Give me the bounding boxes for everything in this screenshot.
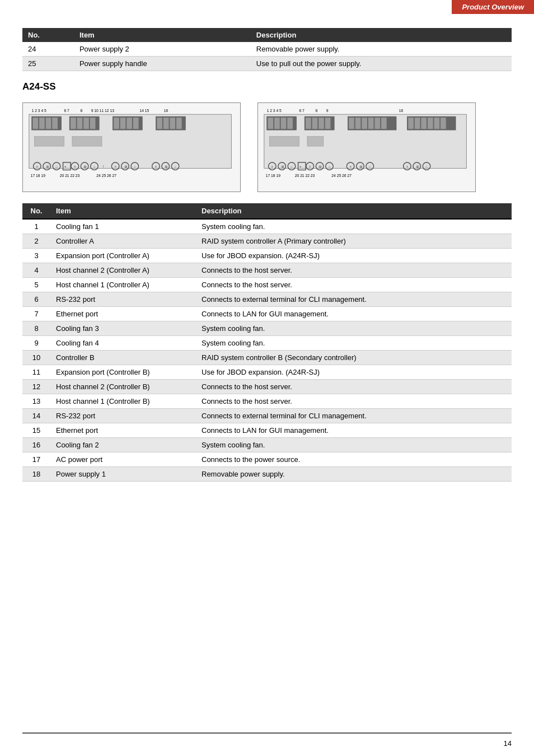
svg-rect-9 (39, 118, 45, 129)
main-table-cell-item: Cooling fan 3 (50, 321, 196, 336)
svg-text:24 25  26  27: 24 25 26 27 (96, 174, 116, 178)
svg-text:⊗: ⊗ (416, 165, 419, 169)
svg-rect-14 (77, 118, 83, 129)
svg-rect-87 (434, 118, 440, 129)
svg-text:17  18  19: 17 18 19 (31, 174, 45, 178)
svg-text:8: 8 (80, 109, 82, 113)
svg-text:×: × (114, 165, 116, 169)
top-table-cell-no: 24 (22, 42, 74, 57)
main-table-cell-desc: RAID system controller B (Secondary cont… (196, 351, 512, 365)
svg-text:⊗: ⊗ (281, 165, 284, 169)
main-table-row: 17 AC power port Connects to the power s… (22, 452, 512, 467)
top-table-header-item: Item (74, 28, 251, 42)
svg-text:×: × (406, 165, 408, 169)
main-table-row: 15 Ethernet port Connects to LAN for GUI… (22, 423, 512, 438)
main-table-cell-no: 15 (22, 423, 50, 438)
svg-rect-90 (307, 137, 324, 146)
main-table-row: 5 Host channel 1 (Controller A) Connects… (22, 278, 512, 292)
svg-rect-20 (127, 118, 132, 129)
svg-text:1 2 3 4  5: 1 2 3 4 5 (32, 109, 46, 113)
main-table-cell-desc: Connects to the host server. (196, 278, 512, 292)
svg-rect-81 (381, 118, 387, 129)
main-table-cell-desc: Removable power supply. (196, 467, 512, 482)
main-table-row: 2 Controller A RAID system controller A … (22, 234, 512, 249)
svg-rect-21 (133, 118, 139, 129)
main-table-row: 18 Power supply 1 Removable power supply… (22, 467, 512, 482)
top-table-row: 24 Power supply 2 Removable power supply… (22, 42, 512, 57)
svg-text:17  18  19: 17 18 19 (266, 174, 280, 178)
main-table: No. Item Description 1 Cooling fan 1 Sys… (22, 203, 512, 482)
svg-rect-89 (269, 137, 299, 146)
svg-rect-15 (83, 118, 89, 129)
svg-text:9 10 11 12  13: 9 10 11 12 13 (91, 109, 114, 113)
svg-text:⊗: ⊗ (83, 165, 87, 169)
svg-text:8: 8 (315, 109, 317, 113)
main-table-cell-desc: Connects to LAN for GUI management. (196, 307, 512, 321)
svg-text:×: × (309, 165, 311, 169)
main-table-cell-item: Host channel 1 (Controller B) (50, 394, 196, 409)
svg-rect-73 (318, 118, 324, 129)
svg-rect-27 (34, 137, 64, 146)
main-table-cell-item: Ethernet port (50, 423, 196, 438)
main-table-cell-no: 9 (22, 336, 50, 351)
svg-text:↑: ↑ (102, 164, 104, 169)
svg-text:20 21  22  23: 20 21 22 23 (60, 174, 80, 178)
svg-rect-72 (312, 118, 318, 129)
main-table-cell-no: 13 (22, 394, 50, 409)
svg-text:×: × (349, 165, 352, 169)
diagram-left: 1 2 3 4 5 6 7 8 9 10 11 12 13 14 15 16 (22, 102, 241, 192)
main-table-cell-item: Controller B (50, 351, 196, 365)
main-table-cell-desc: Connects to external terminal for CLI ma… (196, 409, 512, 423)
page-container: Product Overview No. Item Description 24… (0, 0, 534, 756)
svg-rect-13 (71, 118, 76, 129)
svg-text:⊗: ⊗ (318, 165, 322, 169)
svg-text:○: ○ (93, 165, 96, 169)
svg-rect-10 (46, 118, 51, 129)
svg-rect-11 (52, 118, 58, 129)
main-table-cell-item: Cooling fan 1 (50, 219, 196, 234)
main-table-row: 12 Host channel 2 (Controller B) Connect… (22, 380, 512, 394)
svg-rect-67 (274, 118, 280, 129)
svg-text:○: ○ (174, 165, 176, 169)
svg-text:⊗: ⊗ (165, 165, 168, 169)
main-table-row: 9 Cooling fan 4 System cooling fan. (22, 336, 512, 351)
svg-text:×: × (271, 165, 273, 169)
svg-rect-26 (176, 118, 182, 129)
svg-rect-85 (421, 118, 427, 129)
main-table-cell-desc: System cooling fan. (196, 438, 512, 452)
main-table-cell-no: 3 (22, 249, 50, 263)
main-table-row: 1 Cooling fan 1 System cooling fan. (22, 219, 512, 234)
main-table-row: 8 Cooling fan 3 System cooling fan. (22, 321, 512, 336)
main-table-row: 6 RS-232 port Connects to external termi… (22, 292, 512, 307)
svg-rect-18 (114, 118, 119, 129)
top-table-cell-desc: Removable power supply. (251, 42, 512, 57)
top-table-header-no: No. (22, 28, 74, 42)
svg-rect-24 (163, 118, 169, 129)
svg-text:×: × (74, 165, 76, 169)
main-table-cell-item: Host channel 1 (Controller A) (50, 278, 196, 292)
svg-text:▪: ▪ (299, 164, 301, 169)
header-bar: Product Overview (452, 0, 534, 14)
main-table-cell-item: Controller A (50, 234, 196, 249)
top-table-cell-no: 25 (22, 57, 74, 71)
diagram-right-svg: 1 2 3 4 5 6 7 8 9 16 (261, 106, 472, 188)
svg-rect-25 (170, 118, 175, 129)
main-table-cell-item: AC power port (50, 452, 196, 467)
page-footer: 14 (504, 739, 512, 748)
svg-rect-83 (408, 118, 414, 129)
svg-rect-74 (325, 118, 331, 129)
main-table-cell-no: 6 (22, 292, 50, 307)
main-table-row: 13 Host channel 1 (Controller B) Connect… (22, 394, 512, 409)
top-table-cell-desc: Use to pull out the power supply. (251, 57, 512, 71)
main-table-cell-item: Host channel 2 (Controller B) (50, 380, 196, 394)
main-table-cell-desc: Use for JBOD expansion. (A24R-SJ) (196, 249, 512, 263)
top-table-row: 25 Power supply handle Use to pull out t… (22, 57, 512, 71)
main-table-row: 4 Host channel 2 (Controller A) Connects… (22, 263, 512, 278)
svg-rect-80 (374, 118, 380, 129)
main-table-cell-no: 1 (22, 219, 50, 234)
svg-text:1 2 3 4  5: 1 2 3 4 5 (267, 109, 282, 113)
svg-text:○: ○ (425, 165, 428, 169)
main-table-cell-no: 14 (22, 409, 50, 423)
svg-rect-69 (287, 118, 293, 129)
svg-text:⊗: ⊗ (359, 165, 363, 169)
